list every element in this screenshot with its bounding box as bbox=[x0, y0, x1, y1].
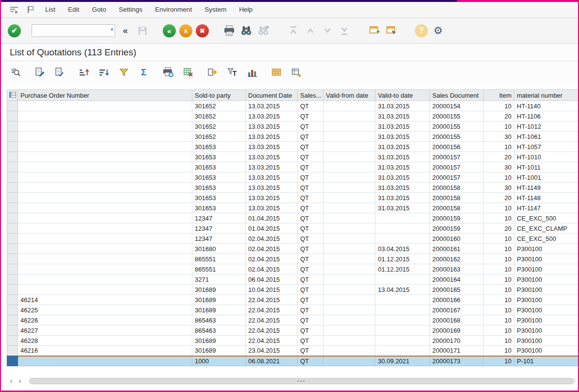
row-selector[interactable] bbox=[7, 213, 18, 223]
cell-doc_date[interactable]: 02.04.2015 bbox=[246, 234, 298, 244]
cell-po[interactable]: 46228 bbox=[18, 336, 192, 346]
cell-doc_date[interactable]: 02.04.2015 bbox=[246, 244, 298, 254]
cell-sales_type[interactable]: QT bbox=[298, 336, 324, 346]
cell-material[interactable]: P300100 bbox=[514, 295, 579, 305]
cell-doc_date[interactable]: 01.04.2015 bbox=[246, 223, 298, 234]
row-selector[interactable] bbox=[7, 121, 18, 132]
filter-icon[interactable] bbox=[118, 67, 130, 78]
graphics-icon[interactable] bbox=[246, 67, 258, 78]
choose-detail-icon[interactable] bbox=[34, 67, 46, 78]
cell-doc_date[interactable]: 13.03.2015 bbox=[246, 142, 298, 152]
cell-doc_date[interactable]: 22.04.2015 bbox=[246, 305, 298, 315]
cell-sales_doc[interactable]: 20000162 bbox=[430, 254, 484, 264]
table-row[interactable]: 86555102.04.2015QT01.12.20152000016310P3… bbox=[7, 264, 579, 274]
cell-item[interactable]: 10 bbox=[484, 254, 514, 264]
cell-doc_date[interactable]: 13.03.2015 bbox=[246, 152, 298, 162]
row-selector[interactable] bbox=[7, 356, 18, 366]
cell-valid_to[interactable]: 31.03.2015 bbox=[375, 152, 430, 162]
row-selector[interactable] bbox=[7, 325, 18, 336]
cell-sales_doc[interactable]: 20000170 bbox=[430, 336, 484, 346]
page-down-icon[interactable] bbox=[321, 24, 334, 37]
cell-item[interactable]: 30 bbox=[484, 162, 514, 172]
row-selector[interactable] bbox=[7, 234, 18, 244]
cell-sales_type[interactable]: QT bbox=[298, 234, 324, 244]
cell-doc_date[interactable]: 13.03.2015 bbox=[246, 101, 298, 111]
table-row[interactable]: 4622686546322.04.2015QT2000016810P300100 bbox=[7, 315, 579, 325]
first-page-icon[interactable] bbox=[287, 24, 300, 37]
table-row[interactable]: 30165313.03.2015QT31.03.20152000015830HT… bbox=[7, 183, 579, 193]
print-icon[interactable] bbox=[222, 24, 236, 37]
table-row[interactable]: 1234701.04.2015QT2000015920CE_EXC_CLAMP bbox=[7, 223, 579, 234]
cell-sales_type[interactable]: QT bbox=[298, 305, 324, 315]
table-row[interactable]: 30165313.03.2015QT31.03.20152000015610HT… bbox=[7, 142, 579, 152]
cell-item[interactable]: 20 bbox=[484, 193, 514, 203]
cell-sales_doc[interactable]: 20000165 bbox=[430, 285, 484, 295]
cell-material[interactable]: HT-1147 bbox=[514, 203, 579, 213]
cell-sold_to[interactable]: 301653 bbox=[192, 162, 246, 172]
cell-sold_to[interactable]: 301680 bbox=[192, 244, 246, 254]
cell-material[interactable]: P300100 bbox=[514, 274, 579, 285]
cell-sales_doc[interactable]: 20000159 bbox=[430, 213, 484, 223]
cell-sold_to[interactable]: 301689 bbox=[192, 295, 246, 305]
menu-help[interactable]: Help bbox=[233, 2, 259, 17]
table-row[interactable]: 30165213.03.2015QT31.03.20152000015530HT… bbox=[7, 132, 579, 142]
cell-sold_to[interactable]: 301653 bbox=[192, 142, 246, 152]
cell-doc_date[interactable]: 01.04.2015 bbox=[246, 213, 298, 223]
table-row[interactable]: 4622830168922.04.2015QT2000017010P300100 bbox=[7, 336, 579, 346]
cell-sold_to[interactable]: 301652 bbox=[192, 132, 246, 142]
cell-material[interactable]: HT-1106 bbox=[514, 111, 579, 121]
menu-environment[interactable]: Environment bbox=[149, 2, 198, 17]
cell-doc_date[interactable]: 02.04.2015 bbox=[246, 254, 298, 264]
cell-valid_from[interactable] bbox=[324, 101, 375, 111]
cell-po[interactable] bbox=[18, 132, 192, 142]
table-row[interactable]: 1234702.04.2015QT2000016010CE_EXC_500 bbox=[7, 234, 579, 244]
cell-po[interactable] bbox=[18, 264, 192, 274]
dropdown-icon[interactable]: ▾ bbox=[111, 27, 113, 32]
cell-valid_to[interactable]: 01.12.2015 bbox=[375, 264, 430, 274]
row-selector[interactable] bbox=[7, 264, 18, 274]
cell-item[interactable]: 30 bbox=[484, 183, 514, 193]
row-selector[interactable] bbox=[7, 346, 18, 356]
cell-doc_date[interactable]: 13.03.2015 bbox=[246, 132, 298, 142]
cell-po[interactable] bbox=[18, 101, 192, 111]
cell-po[interactable] bbox=[18, 274, 192, 285]
cell-sales_doc[interactable]: 20000155 bbox=[430, 121, 484, 132]
cell-material[interactable]: P300100 bbox=[514, 264, 579, 274]
create-shortcut-icon[interactable] bbox=[385, 24, 398, 37]
cell-sales_doc[interactable]: 20000157 bbox=[430, 152, 484, 162]
table-row[interactable]: 30165213.03.2015QT31.03.20152000015520HT… bbox=[7, 111, 579, 121]
cell-item[interactable]: 10 bbox=[484, 285, 514, 295]
cell-valid_to[interactable] bbox=[375, 315, 430, 325]
cell-valid_to[interactable]: 03.04.2015 bbox=[375, 244, 430, 254]
cell-item[interactable]: 10 bbox=[484, 336, 514, 346]
cell-sales_type[interactable]: QT bbox=[298, 213, 324, 223]
cell-item[interactable]: 10 bbox=[484, 142, 514, 152]
cell-doc_date[interactable]: 10.04.2015 bbox=[246, 285, 298, 295]
cell-sold_to[interactable]: 12347 bbox=[192, 223, 246, 234]
cell-sold_to[interactable]: 12347 bbox=[192, 234, 246, 244]
row-selector[interactable] bbox=[7, 254, 18, 264]
cell-material[interactable]: HT-1011 bbox=[514, 162, 579, 172]
header-document-date[interactable]: Document Date bbox=[246, 90, 298, 101]
cell-item[interactable]: 20 bbox=[484, 152, 514, 162]
cell-sales_type[interactable]: QT bbox=[298, 315, 324, 325]
row-selector[interactable] bbox=[7, 172, 18, 183]
cell-po[interactable] bbox=[18, 285, 192, 295]
cell-sales_type[interactable]: QT bbox=[298, 132, 324, 142]
cell-valid_from[interactable] bbox=[324, 305, 375, 315]
row-selector[interactable] bbox=[7, 274, 18, 285]
row-selector[interactable] bbox=[7, 244, 18, 254]
table-row[interactable]: 30168910.04.2015QT13.04.20152000016510P3… bbox=[7, 285, 579, 295]
cell-doc_date[interactable]: 02.04.2015 bbox=[246, 264, 298, 274]
cell-sold_to[interactable]: 301653 bbox=[192, 203, 246, 213]
cell-sales_doc[interactable]: 20000154 bbox=[430, 101, 484, 111]
table-row[interactable]: 4621630168923.04.2015QT2000017110P300100 bbox=[7, 346, 579, 356]
cell-sold_to[interactable]: 12347 bbox=[192, 213, 246, 223]
details-icon[interactable] bbox=[10, 67, 21, 78]
cell-doc_date[interactable]: 13.03.2015 bbox=[246, 172, 298, 183]
cell-valid_from[interactable] bbox=[324, 121, 375, 132]
cell-sales_type[interactable]: QT bbox=[298, 244, 324, 254]
table-row[interactable]: 4622786546322.04.2015QT2000016910P300100 bbox=[7, 325, 579, 336]
scroll-left-icon[interactable]: ‹ bbox=[7, 377, 16, 385]
local-file-icon[interactable] bbox=[206, 67, 218, 78]
